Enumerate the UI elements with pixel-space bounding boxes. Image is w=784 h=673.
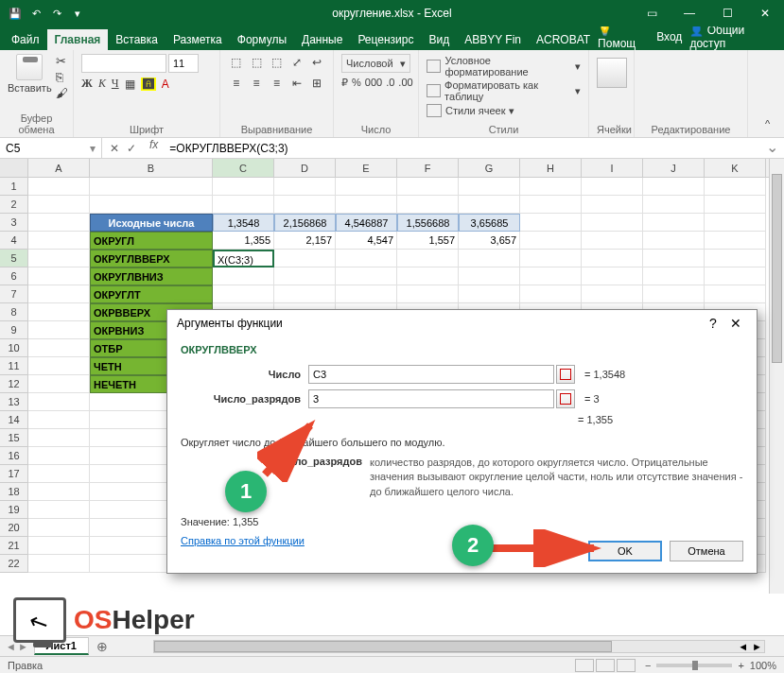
row-header[interactable]: 6 (0, 267, 28, 285)
arg1-range-selector-icon[interactable] (556, 365, 575, 384)
col-header[interactable]: A (28, 159, 90, 177)
cancel-button[interactable]: Отмена (670, 541, 743, 561)
indent-dec-icon[interactable]: ⇤ (288, 75, 305, 92)
paste-button[interactable]: Вставить (8, 54, 52, 100)
view-normal-icon[interactable] (575, 659, 594, 672)
row-header[interactable]: 13 (0, 393, 28, 411)
row-header[interactable]: 16 (0, 447, 28, 465)
comma-icon[interactable]: 000 (365, 77, 382, 89)
col-header[interactable]: E (336, 159, 397, 177)
bold-button[interactable]: Ж (81, 77, 93, 91)
redo-icon[interactable]: ↷ (49, 6, 64, 21)
align-right-icon[interactable]: ≡ (269, 75, 285, 92)
tab-data[interactable]: Данные (294, 29, 350, 50)
row-header[interactable]: 11 (0, 357, 28, 375)
row-header[interactable]: 21 (0, 537, 28, 555)
col-header[interactable]: K (705, 159, 766, 177)
row-header[interactable]: 3 (0, 214, 28, 232)
tab-home[interactable]: Главная (47, 29, 109, 50)
font-size-input[interactable] (168, 54, 199, 73)
fx-icon[interactable]: fx (144, 138, 164, 158)
arg2-range-selector-icon[interactable] (556, 389, 575, 408)
row-header[interactable]: 17 (0, 465, 28, 483)
help-button[interactable]: 💡 Помощ (598, 24, 649, 50)
cancel-formula-icon[interactable]: ✕ (110, 142, 119, 155)
col-header[interactable]: C (213, 159, 274, 177)
row-header[interactable]: 22 (0, 555, 28, 573)
formula-input[interactable] (164, 138, 760, 158)
row-header[interactable]: 7 (0, 285, 28, 303)
number-format-select[interactable]: Числовой▾ (341, 54, 410, 73)
wrap-text-icon[interactable]: ↩ (309, 54, 325, 71)
col-header[interactable]: J (643, 159, 705, 177)
function-help-link[interactable]: Справка по этой функции (181, 535, 305, 546)
vertical-scrollbar[interactable] (769, 159, 784, 594)
row-header[interactable]: 18 (0, 483, 28, 501)
tab-acrobat[interactable]: ACROBAT (529, 29, 598, 50)
align-left-icon[interactable]: ≡ (228, 75, 244, 92)
orientation-icon[interactable]: ⤢ (288, 54, 305, 71)
format-as-table-button[interactable]: Форматировать как таблицу ▾ (427, 78, 581, 103)
italic-button[interactable]: К (98, 77, 106, 91)
fill-color-icon[interactable]: 🅰 (141, 78, 156, 91)
row-header[interactable]: 10 (0, 339, 28, 357)
arg1-input[interactable] (308, 365, 554, 384)
tab-review[interactable]: Рецензирс (350, 29, 421, 50)
cells-icon[interactable] (597, 58, 627, 88)
expand-formula-icon[interactable]: ⌄ (760, 138, 784, 158)
zoom-slider[interactable] (656, 664, 732, 667)
undo-icon[interactable]: ↶ (28, 6, 44, 21)
align-center-icon[interactable]: ≡ (248, 75, 264, 92)
tab-layout[interactable]: Разметка (166, 29, 230, 50)
row-header[interactable]: 4 (0, 232, 28, 250)
format-painter-icon[interactable]: 🖌 (56, 86, 68, 100)
align-top-icon[interactable]: ⬚ (228, 54, 244, 71)
select-all-corner[interactable] (0, 159, 28, 177)
col-header[interactable]: B (90, 159, 213, 177)
ribbon-options-icon[interactable]: ▭ (633, 0, 671, 26)
tab-file[interactable]: Файл (4, 29, 47, 50)
col-header[interactable]: F (397, 159, 459, 177)
merge-icon[interactable]: ⊞ (309, 75, 325, 92)
view-page-break-icon[interactable] (617, 659, 636, 672)
percent-icon[interactable]: % (352, 77, 361, 89)
maximize-icon[interactable]: ☐ (708, 0, 746, 26)
col-header[interactable]: H (520, 159, 582, 177)
login-button[interactable]: Вход (656, 30, 682, 43)
cut-icon[interactable]: ✂ (56, 54, 68, 68)
border-icon[interactable]: ▦ (125, 78, 135, 91)
row-header[interactable]: 9 (0, 321, 28, 339)
col-header[interactable]: I (582, 159, 643, 177)
enter-formula-icon[interactable]: ✓ (127, 142, 136, 155)
arg2-input[interactable] (308, 389, 554, 408)
currency-icon[interactable]: ₽ (341, 77, 348, 89)
qat-more-icon[interactable]: ▾ (70, 6, 85, 21)
close-icon[interactable]: ✕ (746, 0, 784, 26)
minimize-icon[interactable]: — (671, 0, 708, 26)
tab-formulas[interactable]: Формулы (230, 29, 294, 50)
row-header[interactable]: 2 (0, 196, 28, 214)
cell[interactable]: Исходные числа (90, 214, 213, 232)
tab-view[interactable]: Вид (421, 29, 457, 50)
row-header[interactable]: 8 (0, 303, 28, 321)
row-header[interactable]: 14 (0, 411, 28, 429)
row-header[interactable]: 19 (0, 501, 28, 519)
row-header[interactable]: 20 (0, 519, 28, 537)
horizontal-scrollbar[interactable]: ◄► (153, 640, 765, 653)
view-page-layout-icon[interactable] (596, 659, 615, 672)
share-button[interactable]: 👤 Общий доступ (689, 24, 776, 50)
cell-styles-button[interactable]: Стили ячеек ▾ (427, 103, 581, 118)
row-header[interactable]: 5 (0, 250, 28, 267)
zoom-in-icon[interactable]: + (738, 660, 743, 671)
col-header[interactable]: G (459, 159, 520, 177)
font-color-icon[interactable]: A (162, 78, 169, 91)
align-bottom-icon[interactable]: ⬚ (269, 54, 285, 71)
dec-decimal-icon[interactable]: .00 (398, 77, 412, 89)
row-header[interactable]: 12 (0, 375, 28, 393)
tab-abbyy[interactable]: ABBYY Fin (457, 29, 529, 50)
font-name-input[interactable] (81, 54, 166, 73)
collapse-ribbon-icon[interactable]: ^ (765, 118, 780, 133)
tab-insert[interactable]: Вставка (108, 29, 166, 50)
copy-icon[interactable]: ⎘ (56, 70, 68, 84)
row-header[interactable]: 1 (0, 178, 28, 196)
